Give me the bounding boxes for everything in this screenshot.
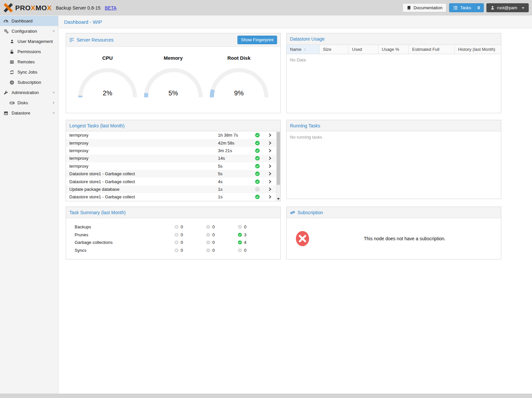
column-header-estimated-full[interactable]: Estimated Full <box>409 45 455 54</box>
scrollbar[interactable] <box>276 131 280 201</box>
task-summary-panel: Task Summary (last Month) Backups 0 0 0 … <box>66 207 281 259</box>
task-row[interactable]: Update package database 1s ? <box>66 185 276 193</box>
proxmox-brand: PROXMOX Backup Server 0.8-15 BETA <box>3 3 117 12</box>
task-row[interactable]: Datastore store1 - Garbage collect 4s ? <box>66 178 276 185</box>
chevron-right-icon[interactable] <box>264 172 276 176</box>
chevron-down-icon <box>521 6 525 10</box>
ok-count: 0 <box>244 248 246 253</box>
exclamation-circle-icon <box>206 248 210 252</box>
app-window: PROXMOX Backup Server 0.8-15 BETA Docume… <box>0 0 532 398</box>
ticket-icon <box>290 210 295 215</box>
user-menu-button[interactable]: root@pam <box>486 3 529 12</box>
left-column: Server Resources Show Fingerprint CPU <box>66 33 281 259</box>
times-circle-icon <box>174 225 179 229</box>
task-status-icon: ? <box>251 156 264 161</box>
chevron-down-icon <box>52 30 55 33</box>
chevron-right-icon <box>52 101 55 104</box>
column-header-used[interactable]: Used <box>349 45 378 54</box>
sidebar-item-subscription[interactable]: Subscription <box>0 77 58 87</box>
gears-icon <box>3 29 9 34</box>
task-row[interactable]: termproxy 5s ? <box>66 162 276 170</box>
chevron-right-icon[interactable] <box>264 133 276 137</box>
top-header: PROXMOX Backup Server 0.8-15 BETA Docume… <box>0 0 532 16</box>
error-circle-icon <box>295 231 318 247</box>
sidebar-item-configuration[interactable]: Configuration <box>0 26 58 36</box>
logo-wordmark: PROXMOX <box>15 4 52 12</box>
svg-text:?: ? <box>256 188 258 191</box>
chevron-right-icon[interactable] <box>264 149 276 153</box>
chevron-right-icon[interactable] <box>264 164 276 168</box>
task-status-icon: ? <box>251 194 264 199</box>
error-count: 0 <box>181 248 183 253</box>
server-bars-icon <box>69 37 74 42</box>
sidebar-item-user-management[interactable]: User Management <box>0 36 58 47</box>
sidebar-item-remotes[interactable]: Remotes <box>0 57 58 67</box>
task-row[interactable]: termproxy 3m 21s ? <box>66 147 276 154</box>
scroll-down-arrow[interactable] <box>277 198 280 200</box>
chevron-right-icon[interactable] <box>264 141 276 145</box>
task-row[interactable]: Datastore store1 - Garbage collect 1s ? <box>66 193 276 201</box>
ok-count: 3 <box>244 232 246 237</box>
column-header-history[interactable]: History (last Month) <box>455 45 501 54</box>
warning-count: 0 <box>212 248 215 253</box>
check-circle-icon <box>238 240 242 245</box>
subscription-message: This node does not have a subscription. <box>318 236 501 241</box>
running-tasks-header: Running Tasks <box>287 120 501 131</box>
check-circle-icon <box>238 248 242 252</box>
running-tasks-panel: Running Tasks No running tasks <box>286 120 501 199</box>
task-list-icon <box>453 5 458 10</box>
sidebar-item-disks[interactable]: Disks <box>0 98 58 108</box>
sidebar-item-administration[interactable]: Administration <box>0 87 58 98</box>
times-circle-icon <box>174 248 179 252</box>
main-area: Dashboard - WIP Server Resources Show Fi… <box>59 16 532 394</box>
server-resources-header: Server Resources Show Fingerprint <box>66 33 280 47</box>
column-header-usage-pct[interactable]: Usage % <box>378 45 409 54</box>
check-circle-icon <box>238 225 242 229</box>
scrollbar-thumb[interactable] <box>277 132 280 185</box>
user-icon <box>490 6 495 10</box>
memory-gauge: Memory 5% <box>142 55 205 97</box>
error-count: 0 <box>181 224 183 229</box>
longest-tasks-panel: Longest Tasks (last Month) termproxy 1h … <box>66 120 281 201</box>
window-bottom-strip <box>0 394 532 398</box>
refresh-icon <box>9 70 15 75</box>
unlock-icon <box>9 50 15 54</box>
task-summary-header: Task Summary (last Month) <box>66 207 280 218</box>
subscription-header: Subscription <box>287 207 501 218</box>
datastore-usage-columns: Name↑ Size Used Usage % Estimated Full H… <box>287 45 501 54</box>
task-row[interactable]: Datastore store1 - Garbage collect 5s ? <box>66 170 276 178</box>
task-summary-body: Backups 0 0 0 Prunes 0 0 3 Garbage c <box>66 218 280 254</box>
tasks-button[interactable]: Tasks 0 <box>449 3 484 12</box>
beta-link[interactable]: BETA <box>105 5 117 11</box>
ok-count: 0 <box>244 224 246 229</box>
column-header-size[interactable]: Size <box>320 45 349 54</box>
gauges-row: CPU 2% Memory <box>66 47 280 97</box>
check-circle-icon <box>238 233 242 237</box>
header-actions: Documentation Tasks 0 root@pam <box>403 3 529 12</box>
exclamation-circle-icon <box>206 233 210 237</box>
chevron-right-icon[interactable] <box>264 156 276 160</box>
chevron-down-icon <box>52 91 55 94</box>
exclamation-circle-icon <box>206 240 210 245</box>
chevron-right-icon[interactable] <box>264 187 276 191</box>
chevron-right-icon[interactable] <box>264 195 276 199</box>
task-status-icon: ? <box>251 133 264 138</box>
summary-row: Backups 0 0 0 <box>66 223 280 231</box>
column-header-name[interactable]: Name↑ <box>287 45 320 54</box>
task-row[interactable]: termproxy 14s ? <box>66 154 276 162</box>
sidebar-item-sync-jobs[interactable]: Sync Jobs <box>0 67 58 77</box>
sidebar-item-dashboard[interactable]: Dashboard <box>0 16 58 26</box>
error-count: 0 <box>181 232 183 237</box>
task-row[interactable]: termproxy 42m 58s ? <box>66 139 276 147</box>
longest-tasks-list: termproxy 1h 38m 7s ? termproxy 42 <box>66 131 280 201</box>
chevron-right-icon[interactable] <box>264 180 276 184</box>
task-row[interactable]: termproxy 1h 38m 7s ? <box>66 131 276 139</box>
documentation-button[interactable]: Documentation <box>403 3 446 12</box>
longest-tasks-header: Longest Tasks (last Month) <box>66 120 280 131</box>
archive-icon <box>3 111 9 116</box>
show-fingerprint-button[interactable]: Show Fingerprint <box>237 36 277 44</box>
product-name: Backup Server 0.8-15 <box>56 5 100 11</box>
sidebar-item-permissions[interactable]: Permissions <box>0 47 58 57</box>
sidebar-item-datastore[interactable]: Datastore <box>0 108 58 118</box>
server-resources-panel: Server Resources Show Fingerprint CPU <box>66 33 281 113</box>
